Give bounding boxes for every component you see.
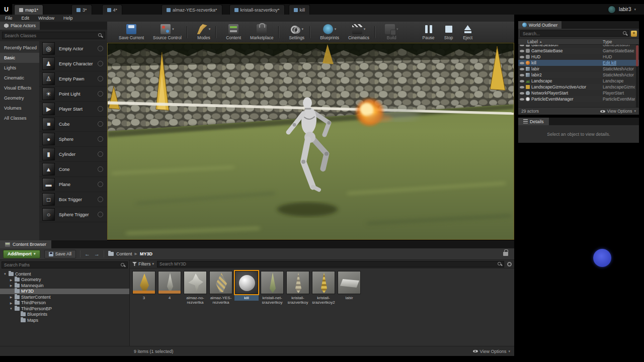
add-import-button[interactable]: Add/Import [3, 250, 40, 258]
toolbar-button[interactable]: Stop [439, 24, 458, 40]
search-paths-input[interactable] [2, 262, 121, 267]
asset-item[interactable]: kristall-net-srazvertkoy [260, 271, 284, 305]
visibility-eye-icon[interactable] [520, 79, 524, 83]
folder-tree-item[interactable]: ▶ ThirdPerson [0, 300, 129, 306]
asset-item[interactable]: labir [337, 271, 361, 301]
placeable-actor-item[interactable]: ◎ Empty Actor [39, 41, 107, 56]
asset-item[interactable]: almaz-no-rezvertka [183, 271, 207, 305]
outliner-row[interactable]: NetworkPlayerStart PlayerStart [518, 90, 639, 96]
drag-handle-icon[interactable] [98, 91, 103, 97]
document-tab[interactable]: 3* [71, 5, 92, 15]
placeable-actor-item[interactable]: ○ Sphere Trigger [39, 207, 107, 222]
toolbar-button[interactable]: Source Control [148, 24, 188, 40]
visibility-eye-icon[interactable] [520, 73, 524, 77]
world-outliner-tab[interactable]: World Outliner [518, 21, 561, 29]
menu-item[interactable]: Window [38, 16, 54, 21]
outliner-row[interactable]: labir2 StaticMeshActor [518, 72, 639, 78]
asset-search-input[interactable] [157, 261, 498, 266]
expander-arrow-icon[interactable]: ▶ [9, 295, 13, 299]
visibility-eye-icon[interactable] [520, 85, 524, 89]
outliner-row[interactable]: Landscape Landscape [518, 78, 639, 84]
outliner-row[interactable]: labir StaticMeshActor [518, 66, 639, 72]
visibility-eye-icon[interactable] [520, 61, 524, 65]
placeable-actor-item[interactable]: □ Box Trigger [39, 192, 107, 207]
save-all-button[interactable]: Save All [44, 250, 76, 258]
expander-arrow-icon[interactable]: ▼ [9, 307, 13, 310]
menu-item[interactable]: Help [63, 16, 73, 21]
document-tab[interactable]: kristall-srazvertkoy* [229, 5, 285, 15]
toolbar-button[interactable]: Content [221, 24, 246, 40]
folder-tree-item[interactable]: ▶ Geometry [0, 277, 129, 283]
drag-handle-icon[interactable] [98, 197, 103, 202]
viewport-3d-scene[interactable] [108, 43, 514, 239]
folder-tree-item[interactable]: ▼ Content [0, 271, 129, 277]
filters-button[interactable]: Filters [132, 261, 154, 266]
toolbar-button[interactable]: Cinematics [344, 24, 375, 40]
placeable-actor-item[interactable]: ♙ Empty Pawn [39, 71, 107, 86]
drag-handle-icon[interactable] [98, 61, 103, 66]
asset-item[interactable]: almaz-YES-rezvertka [209, 271, 233, 305]
drag-handle-icon[interactable] [98, 151, 103, 157]
asset-item[interactable]: kristall-srazvertkoy [286, 271, 310, 305]
folder-tree-item[interactable]: Maps [0, 317, 129, 323]
scrollbar-thumb[interactable] [636, 45, 638, 66]
toolbar-button[interactable]: Marketplace [246, 24, 279, 40]
document-tab[interactable]: map1* [14, 5, 43, 15]
asset-thumbnail[interactable] [158, 271, 181, 294]
folder-tree-item[interactable]: ▼ ThirdPersonBP [0, 306, 129, 312]
asset-thumbnail[interactable] [132, 271, 155, 294]
search-settings-icon[interactable] [507, 262, 512, 266]
drag-handle-icon[interactable] [98, 136, 103, 142]
folder-tree-item[interactable]: MY3D [0, 289, 129, 295]
drag-handle-icon[interactable] [98, 166, 103, 172]
asset-thumbnail[interactable] [184, 271, 207, 294]
toolbar-button[interactable]: Build [380, 24, 403, 40]
details-tab[interactable]: Details [518, 118, 549, 125]
placeable-actor-item[interactable]: ▶ Player Start [39, 102, 107, 117]
visibility-eye-icon[interactable] [520, 45, 524, 47]
content-browser-tab[interactable]: Content Browser [0, 240, 51, 248]
drag-handle-icon[interactable] [98, 106, 103, 112]
visibility-eye-icon[interactable] [520, 55, 524, 59]
placeable-actor-item[interactable]: ● Sphere [39, 132, 107, 147]
visibility-eye-icon[interactable] [520, 49, 524, 53]
outliner-row[interactable]: ParticleEventManager ParticleEventMan [518, 96, 639, 102]
asset-thumbnail[interactable] [312, 271, 335, 294]
asset-thumbnail[interactable] [261, 271, 284, 294]
breadcrumb-root[interactable]: Content [116, 251, 132, 256]
unreal-logo[interactable]: U [0, 4, 13, 15]
category-item[interactable]: Volumes [0, 103, 39, 113]
folder-tree-item[interactable]: Blueprints [0, 312, 129, 318]
outliner-scrollbar[interactable] [636, 44, 638, 108]
placeable-actor-item[interactable]: ▮ Cylinder [39, 147, 107, 162]
document-tab[interactable]: kill [289, 5, 310, 15]
placeable-actor-item[interactable]: ■ Cube [39, 117, 107, 132]
category-item[interactable]: Recently Placed [0, 43, 39, 53]
category-item[interactable]: All Classes [0, 113, 39, 123]
outliner-row[interactable]: GameStateBase GameStateBase [518, 48, 639, 54]
lock-icon[interactable] [503, 252, 508, 256]
create-filter-icon[interactable] [631, 31, 637, 37]
expander-arrow-icon[interactable]: ▼ [3, 273, 7, 276]
drag-handle-icon[interactable] [98, 212, 103, 217]
drag-handle-icon[interactable] [98, 121, 103, 127]
outliner-row[interactable]: HUD HUD [518, 54, 639, 60]
breadcrumb-current[interactable]: MY3D [140, 251, 152, 256]
visibility-eye-icon[interactable] [520, 91, 524, 96]
visibility-eye-icon[interactable] [520, 67, 524, 71]
category-item[interactable]: Basic [0, 53, 39, 63]
menu-item[interactable]: File [5, 16, 13, 21]
outliner-column-header[interactable]: Label ▲ Type [518, 38, 639, 45]
content-browser-view-options[interactable]: View Options [473, 349, 510, 354]
forward-button[interactable]: → [94, 251, 100, 257]
menu-item[interactable]: Edit [22, 16, 30, 21]
back-button[interactable]: ← [85, 251, 90, 257]
document-tab[interactable]: almaz-YES-rezvertka* [162, 5, 222, 15]
placeable-actor-item[interactable]: ☀ Point Light [39, 86, 107, 102]
asset-item[interactable]: kill [234, 271, 259, 301]
expander-arrow-icon[interactable]: ▶ [9, 278, 13, 282]
category-item[interactable]: Lights [0, 63, 39, 73]
user-avatar[interactable] [608, 6, 616, 14]
user-menu-caret-icon[interactable]: ▾ [634, 8, 636, 12]
drag-handle-icon[interactable] [98, 182, 103, 187]
